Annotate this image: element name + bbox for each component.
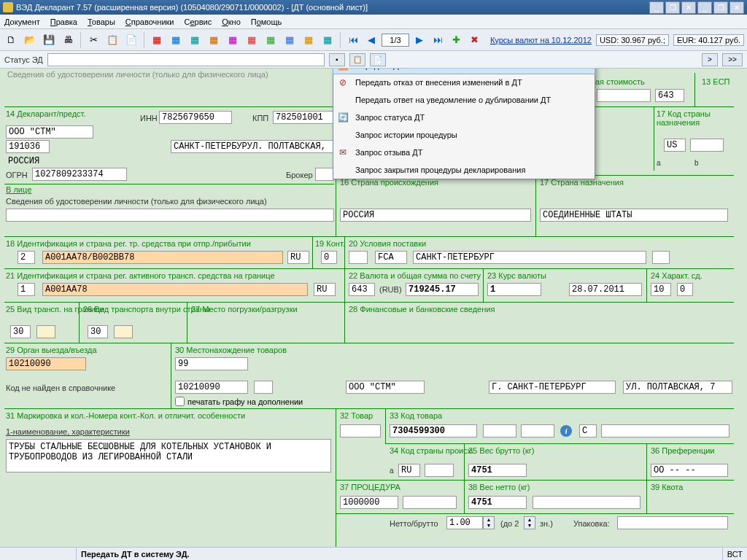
status-btn-2[interactable]: 📋	[349, 53, 365, 66]
f30-v1[interactable]: 99	[175, 357, 248, 370]
status-btn-3[interactable]: 📄	[370, 53, 386, 66]
f22-code[interactable]: 643	[349, 283, 375, 296]
f21-ids[interactable]: А001АА78	[42, 283, 308, 296]
f30-city[interactable]: Г. САНКТ-ПЕТЕРБУРГ	[489, 381, 616, 394]
f33-value[interactable]: 7304599300	[390, 424, 477, 438]
f38-extra[interactable]	[533, 496, 640, 509]
tool6-icon[interactable]: ▦	[244, 32, 260, 48]
f25-value[interactable]: 30	[10, 325, 31, 338]
tool3-icon[interactable]: ▦	[187, 32, 203, 48]
doc-minimize-button[interactable]: _	[697, 1, 712, 14]
restore-button[interactable]: ❐	[665, 1, 680, 14]
f33-b2[interactable]	[521, 424, 554, 438]
page-input[interactable]	[382, 34, 409, 47]
address-input[interactable]: САНКТ-ПЕТЕРБУРУЛ. ПОЛТАВСКАЯ,	[171, 140, 334, 153]
f37-extra[interactable]	[403, 496, 457, 509]
pack-input[interactable]	[617, 516, 728, 529]
tool2-icon[interactable]: ▦	[168, 32, 184, 48]
f30-company[interactable]: ООО "СТМ"	[346, 381, 425, 394]
menu-item-dup[interactable]: Передать ответ на уведомление о дублиров…	[333, 91, 595, 109]
f17-value[interactable]: US	[664, 139, 686, 152]
f38-value[interactable]: 4751	[468, 496, 527, 509]
f36-value[interactable]: ОО -- --	[651, 464, 728, 477]
f21-count[interactable]: 1	[18, 283, 35, 296]
f18-count[interactable]: 2	[18, 251, 35, 264]
menu-item-status[interactable]: 🔄 Запрос статуса ДТ	[333, 109, 595, 126]
f32-input[interactable]	[340, 424, 381, 438]
f35-value[interactable]: 4751	[468, 464, 527, 477]
f18-country[interactable]: RU	[287, 251, 309, 264]
menu-item-history[interactable]: Запрос истории процедуры	[333, 126, 595, 144]
nb-spinner2[interactable]: ▲▼	[524, 516, 535, 529]
first-page-icon[interactable]: ⏮	[345, 32, 361, 48]
add-page-icon[interactable]: ✚	[448, 32, 464, 48]
f18-ids[interactable]: А001АА78/В002ВВ78	[42, 251, 283, 264]
menu-refs[interactable]: Справочники	[125, 18, 174, 26]
paste-icon[interactable]: 📄	[123, 32, 139, 48]
tool7-icon[interactable]: ▦	[263, 32, 279, 48]
f20-extra[interactable]	[652, 251, 670, 264]
close-button[interactable]: ✕	[681, 1, 696, 14]
inn-input[interactable]: 7825679650	[159, 111, 232, 124]
nb-spinner[interactable]: ▲▼	[483, 516, 495, 529]
menu-window[interactable]: Окно	[222, 18, 241, 26]
f29-value[interactable]: 10210090	[6, 357, 86, 370]
copy-icon[interactable]: 📋	[104, 32, 120, 48]
doc-restore-button[interactable]: ❐	[713, 1, 728, 14]
f19-value[interactable]: 0	[321, 251, 337, 264]
f23-date[interactable]: 28.07.2011	[569, 283, 642, 296]
doc-close-button[interactable]: ✕	[729, 1, 744, 14]
print-icon[interactable]: 🖶	[60, 32, 76, 48]
nav-next-button[interactable]: >	[702, 53, 718, 66]
broker-input[interactable]	[315, 168, 334, 181]
company-input[interactable]: ООО "СТМ"	[6, 125, 93, 139]
f33-b1[interactable]	[483, 424, 516, 438]
f26-extra[interactable]	[114, 325, 133, 338]
open-icon[interactable]: 📂	[22, 32, 38, 48]
f20-term[interactable]: FCA	[375, 251, 407, 264]
f13-value[interactable]: 643	[655, 89, 684, 102]
tool10-icon[interactable]: ▦	[320, 32, 336, 48]
status-btn-1[interactable]: ▪	[329, 53, 345, 66]
f30-chk-box[interactable]	[175, 397, 185, 406]
cut-icon[interactable]: ✂	[85, 32, 101, 48]
delete-page-icon[interactable]: ✖	[466, 32, 482, 48]
f22-sum[interactable]: 719245.17	[406, 283, 479, 296]
f20-place[interactable]: САНКТ-ПЕТЕРБУРГ	[413, 251, 646, 264]
f25-extra[interactable]	[36, 325, 55, 338]
new-icon[interactable]: 🗋	[3, 32, 19, 48]
f30-street[interactable]: УЛ. ПОЛТАВСКАЯ, 7	[623, 381, 732, 394]
tool4-icon[interactable]: ▦	[206, 32, 222, 48]
f34-value[interactable]: RU	[398, 464, 420, 477]
nb-value[interactable]: 1.00	[446, 516, 483, 529]
tool8-icon[interactable]: ▦	[282, 32, 298, 48]
f30-blank[interactable]	[254, 381, 273, 394]
f-cost-input[interactable]	[597, 89, 651, 102]
person-input[interactable]	[6, 209, 334, 222]
postcode-input[interactable]: 191036	[6, 140, 50, 153]
save-icon[interactable]: 💾	[41, 32, 57, 48]
f17b-input[interactable]: СОЕДИНЕННЫЕ ШТАТЫ	[540, 209, 728, 222]
menu-service[interactable]: Сервис	[185, 18, 212, 26]
nav-last-button[interactable]: >>	[722, 53, 743, 66]
last-page-icon[interactable]: ⏭	[430, 32, 446, 48]
menu-goods[interactable]: Товары	[88, 18, 115, 26]
ogrn-input[interactable]: 1027809233374	[32, 168, 127, 181]
f23-value[interactable]: 1	[487, 283, 541, 296]
menu-edit[interactable]: Правка	[50, 18, 77, 26]
tool5-icon[interactable]: ▦	[225, 32, 241, 48]
f30-checkbox[interactable]: печатать графу на дополнении	[175, 397, 303, 406]
f24-v2[interactable]: 0	[677, 283, 693, 296]
f33-extra[interactable]	[601, 424, 729, 438]
minimize-button[interactable]: _	[649, 1, 664, 14]
f16-input[interactable]: РОССИЯ	[340, 209, 531, 222]
menu-item-recall[interactable]: ✉ Запрос отзыва ДТ	[333, 144, 595, 161]
prev-page-icon[interactable]: ◀	[363, 32, 379, 48]
f21-country[interactable]: RU	[314, 283, 336, 296]
f33-suffix[interactable]: С	[579, 424, 597, 438]
menu-help[interactable]: Помощь	[251, 18, 282, 26]
menu-item-refuse[interactable]: ⊘ Передать отказ от внесения изменений в…	[333, 74, 595, 91]
f31-text[interactable]: ТРУБЫ СТАЛЬНЫЕ БЕСШОВНЫЕ ДЛЯ КОТЕЛЬНЫХ У…	[6, 439, 331, 472]
tool1-icon[interactable]: ▦	[149, 32, 165, 48]
f34-extra[interactable]	[425, 464, 454, 477]
